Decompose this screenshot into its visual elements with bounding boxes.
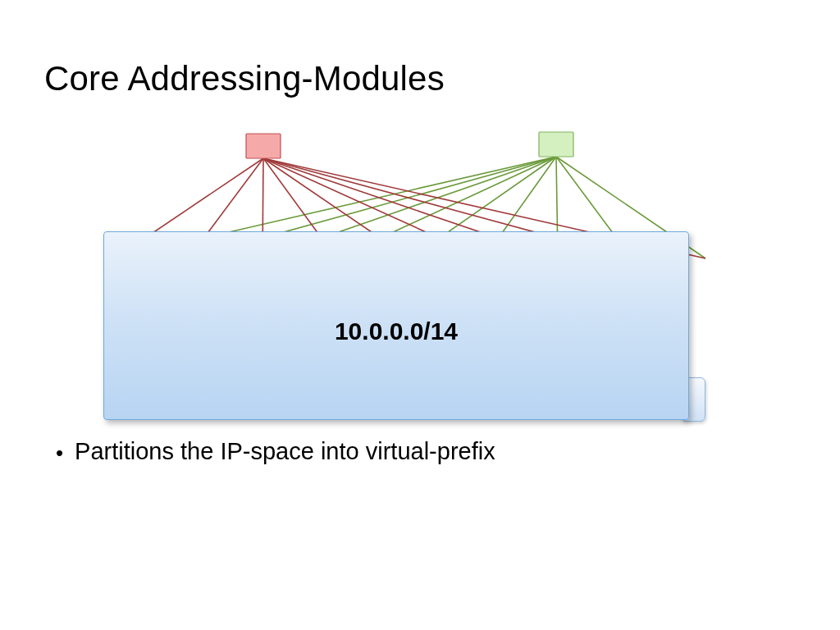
red-source-node <box>246 134 281 158</box>
slide-title: Core Addressing-Modules <box>44 59 445 98</box>
cidr-label: 10.0.0.0/14 <box>335 317 458 345</box>
bullet-item: • Partitions the IP-space into virtual-p… <box>56 438 495 465</box>
bullet-marker: • <box>56 441 63 465</box>
green-source-node <box>539 132 573 157</box>
cidr-block-box: 10.0.0.0/14 <box>103 231 689 420</box>
slide: Core Addressing-Modules 10.0.0.0/14 • Pa… <box>0 0 840 630</box>
bullet-text: Partitions the IP-space into virtual-pre… <box>75 438 495 465</box>
